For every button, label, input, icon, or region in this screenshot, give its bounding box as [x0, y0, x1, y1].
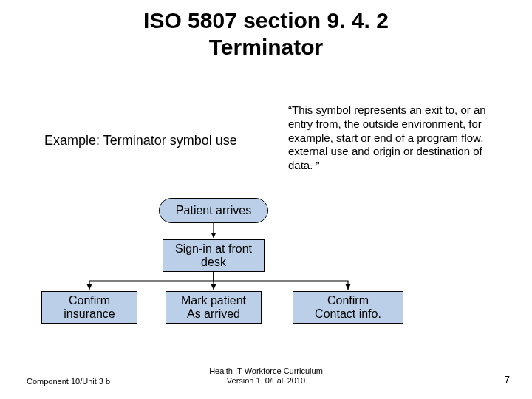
process-signin: Sign-in at frontdesk [163, 239, 265, 272]
terminator-start-label: Patient arrives [176, 204, 251, 217]
process-mark-arrived: Mark patientAs arrived [166, 291, 262, 324]
title-line-1: ISO 5807 section 9. 4. 2 [143, 8, 389, 33]
process-mark-arrived-label: Mark patientAs arrived [181, 294, 246, 321]
example-subtitle: Example: Terminator symbol use [44, 133, 251, 149]
process-signin-label: Sign-in at frontdesk [175, 242, 252, 270]
process-confirm-contact: ConfirmContact info. [293, 291, 403, 324]
page-number: 7 [504, 374, 510, 386]
process-confirm-insurance-label: Confirminsurance [64, 294, 115, 321]
definition-quote: “This symbol represents an exit to, or a… [288, 103, 502, 173]
title-line-2: Terminator [209, 35, 323, 59]
slide: ISO 5807 section 9. 4. 2 Terminator Exam… [0, 0, 532, 399]
footer-curriculum: Health IT Workforce Curriculum Version 1… [0, 366, 532, 386]
footer-curriculum-line1: Health IT Workforce Curriculum [209, 366, 323, 375]
footer-curriculum-line2: Version 1. 0/Fall 2010 [227, 376, 305, 385]
process-confirm-insurance: Confirminsurance [41, 291, 137, 324]
process-confirm-contact-label: ConfirmContact info. [315, 294, 381, 321]
page-title: ISO 5807 section 9. 4. 2 Terminator [0, 7, 532, 61]
terminator-start: Patient arrives [159, 198, 268, 223]
